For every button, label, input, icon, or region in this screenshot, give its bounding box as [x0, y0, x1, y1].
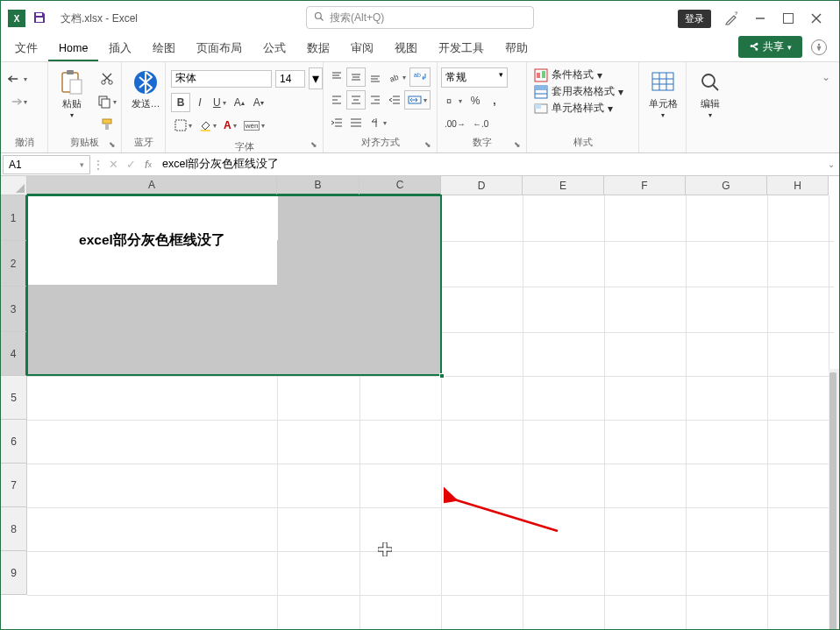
decrease-indent-button[interactable] — [385, 90, 404, 110]
row-header-7[interactable]: 7 — [1, 464, 27, 507]
cell-A1[interactable]: excel部分灰色框线没了 — [27, 195, 277, 285]
decrease-font-button[interactable]: A▾ — [249, 93, 268, 112]
comma-style-button[interactable]: , — [485, 91, 504, 110]
tab-layout[interactable]: 页面布局 — [186, 36, 253, 61]
search-box[interactable]: 搜索(Alt+Q) — [306, 6, 534, 29]
tab-home[interactable]: Home — [48, 37, 98, 61]
row-header-4[interactable]: 4 — [1, 332, 27, 376]
tab-draw[interactable]: 绘图 — [142, 36, 186, 61]
login-button[interactable]: 登录 — [678, 10, 711, 28]
col-header-B[interactable]: B — [277, 176, 359, 195]
undo-button[interactable]: ▾ — [4, 69, 31, 88]
scroll-thumb[interactable] — [829, 372, 836, 629]
font-launcher-icon[interactable]: ⬊ — [310, 140, 321, 151]
spreadsheet-grid[interactable]: ABCDEFGH 123456789 excel部分灰色框线没了 — [1, 176, 839, 629]
number-launcher-icon[interactable]: ⬊ — [514, 140, 524, 151]
svg-rect-19 — [201, 130, 210, 131]
align-center-button[interactable] — [346, 90, 366, 110]
tab-file[interactable]: 文件 — [4, 36, 48, 61]
tab-formulas[interactable]: 公式 — [253, 36, 296, 61]
font-color-button[interactable]: A▾ — [220, 116, 240, 135]
col-header-A[interactable]: A — [27, 176, 277, 195]
row-header-9[interactable]: 9 — [1, 551, 27, 595]
borders-button[interactable]: ▾ — [171, 116, 196, 135]
bold-button[interactable]: B — [171, 93, 190, 112]
col-header-C[interactable]: C — [359, 176, 441, 195]
table-style-button[interactable]: 套用表格格式▾ — [534, 84, 623, 99]
row-header-6[interactable]: 6 — [1, 420, 27, 464]
percent-button[interactable]: % — [466, 91, 485, 110]
align-left-button[interactable] — [327, 90, 346, 110]
increase-indent-button[interactable] — [327, 113, 346, 132]
col-header-H[interactable]: H — [767, 176, 829, 195]
svg-rect-18 — [175, 120, 186, 131]
cut-button[interactable] — [96, 69, 117, 88]
minimize-button[interactable] — [753, 11, 767, 25]
cancel-formula-button[interactable]: ✕ — [104, 156, 122, 173]
maximize-button[interactable] — [781, 11, 795, 25]
underline-button[interactable]: U▾ — [210, 93, 230, 112]
paste-button[interactable]: 粘贴▾ — [52, 66, 92, 123]
svg-line-3 — [321, 18, 324, 20]
cells-button[interactable]: 单元格▾ — [643, 66, 683, 123]
collapse-ribbon-button[interactable]: ⌄ — [816, 67, 836, 87]
tab-help[interactable]: 帮助 — [495, 36, 538, 61]
cell-style-button[interactable]: 单元格样式▾ — [534, 101, 623, 116]
close-button[interactable] — [809, 11, 823, 25]
conditional-format-button[interactable]: 条件格式▾ — [534, 67, 623, 82]
col-header-G[interactable]: G — [686, 176, 767, 195]
tab-review[interactable]: 审阅 — [340, 36, 384, 61]
col-header-D[interactable]: D — [441, 176, 523, 195]
row-header-5[interactable]: 5 — [1, 376, 27, 420]
expand-formula-bar-button[interactable]: ⌄ — [823, 159, 839, 169]
align-bottom-button[interactable] — [366, 67, 385, 87]
format-painter-button[interactable] — [96, 115, 117, 134]
share-button[interactable]: 共享 ▾ — [738, 36, 802, 58]
col-header-E[interactable]: E — [523, 176, 604, 195]
bluetooth-send-button[interactable]: 发送… — [125, 66, 166, 111]
save-icon[interactable] — [32, 11, 48, 26]
increase-font-button[interactable]: A▴ — [230, 93, 249, 112]
insert-function-button[interactable]: fx — [139, 156, 157, 173]
tab-insert[interactable]: 插入 — [98, 36, 142, 61]
col-header-F[interactable]: F — [604, 176, 686, 195]
increase-decimal-button[interactable]: .00→ — [441, 114, 469, 133]
orientation-button[interactable]: ab▾ — [385, 67, 409, 87]
font-size-combo[interactable] — [275, 70, 305, 88]
fill-color-button[interactable]: ▾ — [196, 116, 220, 135]
formula-input[interactable] — [157, 155, 823, 174]
currency-button[interactable]: ¤▾ — [441, 91, 466, 110]
tab-view[interactable]: 视图 — [384, 36, 428, 61]
row-header-3[interactable]: 3 — [1, 287, 27, 332]
align-middle-button[interactable] — [346, 67, 366, 87]
tab-data[interactable]: 数据 — [296, 36, 340, 61]
align-right-button[interactable] — [366, 90, 385, 110]
align-top-button[interactable] — [327, 67, 346, 87]
indent-button[interactable] — [346, 113, 366, 132]
accessibility-button[interactable] — [811, 39, 827, 55]
align-launcher-icon[interactable]: ⬊ — [424, 140, 435, 151]
pen-icon[interactable] — [725, 11, 739, 25]
decrease-decimal-button[interactable]: ←.0 — [469, 114, 492, 133]
svg-rect-44 — [542, 71, 545, 78]
phonetic-button[interactable]: wén▾ — [240, 116, 269, 135]
italic-button[interactable]: I — [190, 93, 210, 112]
row-header-8[interactable]: 8 — [1, 507, 27, 551]
row-header-1[interactable]: 1 — [1, 195, 27, 241]
vertical-scrollbar[interactable] — [829, 369, 839, 629]
row-header-2[interactable]: 2 — [1, 241, 27, 287]
wrap-text-button[interactable]: ab — [409, 67, 431, 87]
enter-formula-button[interactable]: ✓ — [122, 156, 139, 173]
name-box[interactable]: A1 ▾ — [3, 155, 90, 174]
select-all-corner[interactable] — [1, 176, 27, 195]
tab-developer[interactable]: 开发工具 — [428, 36, 495, 61]
clipboard-launcher-icon[interactable]: ⬊ — [109, 140, 119, 151]
copy-button[interactable]: ▾ — [94, 92, 120, 111]
merge-center-button[interactable]: ▾ — [404, 90, 431, 110]
editing-button[interactable]: 编辑▾ — [690, 66, 730, 123]
redo-button[interactable]: ▾ — [4, 92, 31, 111]
ribbon-tab-strip: 文件 Home 插入 绘图 页面布局 公式 数据 审阅 视图 开发工具 帮助 共… — [1, 36, 839, 62]
rtl-button[interactable]: ▾ — [366, 113, 390, 132]
font-name-combo[interactable] — [171, 70, 272, 88]
number-format-combo[interactable]: 常规▾ — [441, 67, 508, 88]
